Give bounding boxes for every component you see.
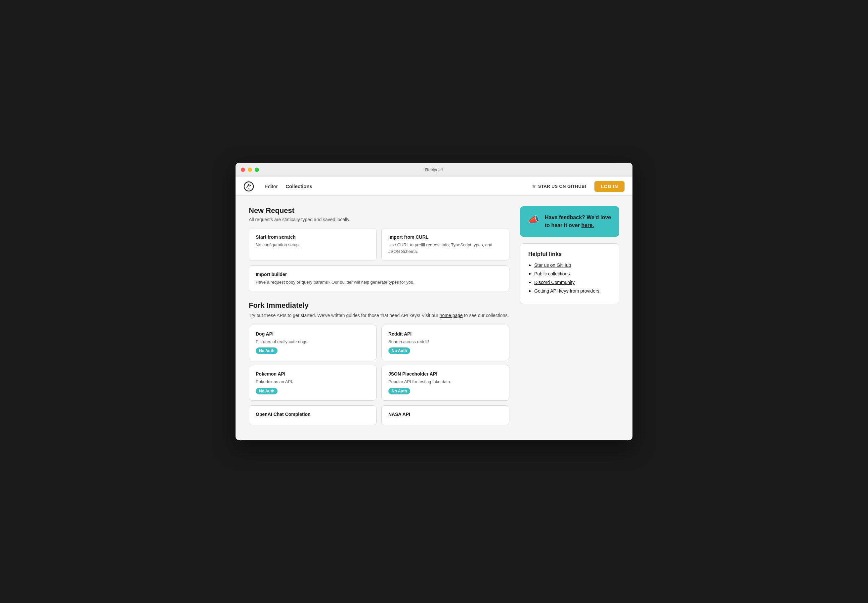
import-from-curl-title: Import from CURL bbox=[388, 234, 502, 240]
reddit-api-desc: Search across reddit! bbox=[388, 339, 502, 345]
import-from-curl-desc: Use CURL to prefill request info, TypeSc… bbox=[388, 242, 502, 255]
import-builder-desc: Have a request body or query params? Our… bbox=[256, 279, 502, 286]
api-keys-link[interactable]: Getting API keys from providers. bbox=[534, 288, 601, 294]
github-label: STAR US ON GITHUB! bbox=[538, 184, 586, 189]
minimize-button[interactable] bbox=[248, 168, 252, 172]
openai-chat-title: OpenAI Chat Completion bbox=[256, 411, 370, 417]
svg-point-0 bbox=[244, 182, 253, 191]
fork-home-link[interactable]: home page bbox=[440, 313, 463, 318]
reddit-api-badge: No Auth bbox=[388, 348, 410, 354]
import-builder-card[interactable]: Import builder Have a request body or qu… bbox=[249, 266, 510, 292]
api-cards-row-2: Pokemon API Pokedex as an API. No Auth J… bbox=[249, 365, 510, 400]
nav-bar: Editor Collections ☆ STAR US ON GITHUB! … bbox=[236, 177, 632, 196]
pokemon-api-desc: Pokedex as an API. bbox=[256, 379, 370, 385]
reddit-api-title: Reddit API bbox=[388, 331, 502, 337]
helpful-links-box: Helpful links Star us on GitHub Public c… bbox=[520, 243, 619, 304]
start-from-scratch-title: Start from scratch bbox=[256, 234, 370, 240]
import-builder-title: Import builder bbox=[256, 272, 502, 277]
new-request-subtitle: All requests are statically typed and sa… bbox=[249, 217, 510, 222]
json-placeholder-api-card[interactable]: JSON Placeholder API Popular API for tes… bbox=[381, 365, 510, 400]
dog-api-title: Dog API bbox=[256, 331, 370, 337]
dog-api-badge: No Auth bbox=[256, 348, 277, 354]
nav-collections[interactable]: Collections bbox=[285, 182, 312, 190]
nasa-api-title: NASA API bbox=[388, 411, 502, 417]
main-content: New Request All requests are statically … bbox=[236, 196, 632, 436]
close-button[interactable] bbox=[241, 168, 245, 172]
feedback-prefix: Have feedback? We'd love to hear it over bbox=[545, 215, 611, 228]
pokemon-api-badge: No Auth bbox=[256, 388, 277, 394]
list-item: Star us on GitHub bbox=[534, 262, 611, 268]
new-request-title: New Request bbox=[249, 206, 510, 215]
list-item: Discord Community bbox=[534, 279, 611, 285]
helpful-links-title: Helpful links bbox=[528, 251, 611, 258]
new-request-cards: Start from scratch No configuration setu… bbox=[249, 228, 510, 261]
start-from-scratch-desc: No configuration setup. bbox=[256, 242, 370, 248]
api-cards-row-1: Dog API Pictures of really cute dogs. No… bbox=[249, 325, 510, 361]
right-panel: 📣 Have feedback? We'd love to hear it ov… bbox=[520, 206, 619, 425]
json-placeholder-api-badge: No Auth bbox=[388, 388, 410, 394]
dog-api-card[interactable]: Dog API Pictures of really cute dogs. No… bbox=[249, 325, 377, 361]
traffic-lights bbox=[241, 168, 259, 172]
maximize-button[interactable] bbox=[255, 168, 259, 172]
dog-api-desc: Pictures of really cute dogs. bbox=[256, 339, 370, 345]
github-link[interactable]: Star us on GitHub bbox=[534, 263, 571, 268]
nasa-api-card[interactable]: NASA API bbox=[381, 405, 510, 425]
feedback-banner[interactable]: 📣 Have feedback? We'd love to hear it ov… bbox=[520, 206, 619, 237]
import-from-curl-card[interactable]: Import from CURL Use CURL to prefill req… bbox=[381, 228, 510, 261]
fork-desc-prefix: Try out these APIs to get started. We've… bbox=[249, 313, 440, 318]
login-button[interactable]: LOG IN bbox=[594, 181, 625, 192]
star-icon: ☆ bbox=[532, 184, 536, 189]
public-collections-link[interactable]: Public collections bbox=[534, 271, 570, 277]
feedback-link[interactable]: here. bbox=[581, 223, 594, 228]
new-request-section: New Request All requests are statically … bbox=[249, 206, 510, 292]
list-item: Getting API keys from providers. bbox=[534, 288, 611, 294]
app-window: RecipeUI Editor Collections ☆ STAR US ON… bbox=[236, 162, 632, 441]
svg-point-1 bbox=[248, 184, 250, 185]
list-item: Public collections bbox=[534, 271, 611, 277]
openai-chat-card[interactable]: OpenAI Chat Completion bbox=[249, 405, 377, 425]
fork-immediately-title: Fork Immediately bbox=[249, 301, 510, 310]
window-title: RecipeUI bbox=[425, 167, 443, 172]
start-from-scratch-card[interactable]: Start from scratch No configuration setu… bbox=[249, 228, 377, 261]
reddit-api-card[interactable]: Reddit API Search across reddit! No Auth bbox=[381, 325, 510, 361]
title-bar: RecipeUI bbox=[236, 162, 632, 177]
pokemon-api-title: Pokemon API bbox=[256, 371, 370, 377]
left-panel: New Request All requests are statically … bbox=[249, 206, 510, 425]
helpful-links-list: Star us on GitHub Public collections Dis… bbox=[528, 262, 611, 294]
fork-desc-suffix: to see our collections. bbox=[463, 313, 509, 318]
nav-editor[interactable]: Editor bbox=[265, 182, 277, 190]
feedback-text: Have feedback? We'd love to hear it over… bbox=[545, 213, 611, 229]
api-cards-row-3-partial: OpenAI Chat Completion NASA API bbox=[249, 405, 510, 425]
fork-immediately-section: Fork Immediately Try out these APIs to g… bbox=[249, 301, 510, 425]
github-star-button[interactable]: ☆ STAR US ON GITHUB! bbox=[532, 184, 586, 189]
fork-immediately-desc: Try out these APIs to get started. We've… bbox=[249, 312, 510, 319]
json-placeholder-api-title: JSON Placeholder API bbox=[388, 371, 502, 377]
json-placeholder-api-desc: Popular API for testing fake data. bbox=[388, 379, 502, 385]
app-logo[interactable] bbox=[243, 181, 254, 192]
feedback-icon: 📣 bbox=[528, 214, 539, 225]
pokemon-api-card[interactable]: Pokemon API Pokedex as an API. No Auth bbox=[249, 365, 377, 400]
discord-link[interactable]: Discord Community bbox=[534, 280, 575, 285]
